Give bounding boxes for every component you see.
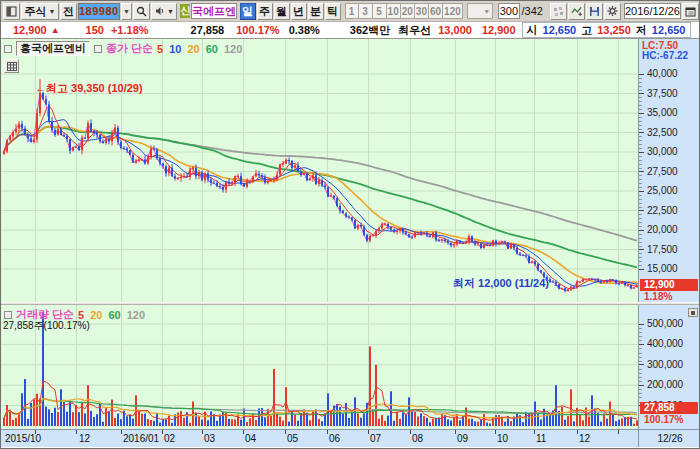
current-volume-badge: 27,858	[640, 402, 698, 414]
price-minor-tick	[639, 226, 642, 227]
compare-button[interactable]	[550, 3, 567, 20]
interval-custom-dropdown[interactable]: ▼	[467, 3, 493, 19]
date-label-2015-10: 2015/10	[5, 433, 41, 444]
price-axis[interactable]: LC:7.50 HC:-67.22 12,900 1.18% 40,00037,…	[638, 39, 700, 302]
ma-legend-label: 종가 단순	[106, 41, 153, 56]
date-label-07: 07	[370, 433, 381, 444]
date-label-02: 02	[164, 433, 175, 444]
price-tick-label: 40,000	[647, 68, 678, 79]
price-minor-tick	[639, 90, 642, 91]
price-up-arrow-icon: ▲	[51, 25, 60, 35]
window-menu-button[interactable]	[3, 3, 20, 20]
hc-value: HC:-67.22	[642, 50, 688, 61]
volume-axis[interactable]: 27,858 100.17% 500,000400,000300,000200,…	[638, 305, 700, 429]
volume-minor-tick	[639, 373, 642, 374]
price-minor-tick	[639, 121, 642, 122]
ma20-line	[4, 127, 637, 284]
volume-bars-chart[interactable]	[1, 305, 638, 429]
price-tick-label: 32,500	[647, 127, 678, 138]
period-tab-월[interactable]: 월	[274, 3, 290, 20]
trendline-tool-button[interactable]	[568, 3, 585, 20]
date-label-10: 10	[497, 433, 508, 444]
date-tick	[618, 430, 619, 434]
window-icon	[6, 6, 17, 17]
interval-button-20[interactable]: 20	[401, 3, 415, 19]
volume-tick	[639, 344, 644, 345]
period-tab-분[interactable]: 분	[308, 3, 324, 20]
price-tick	[639, 93, 644, 94]
volume-minor-tick	[639, 381, 642, 382]
interval-button-30[interactable]: 30	[415, 3, 429, 19]
search-button[interactable]	[133, 3, 150, 20]
interval-button-3[interactable]: 3	[359, 3, 373, 19]
candlestick-chart[interactable]	[1, 39, 638, 302]
date-tick	[243, 430, 244, 434]
volume-tick-label: 200,000	[647, 379, 683, 390]
sound-button[interactable]: ▼	[151, 3, 177, 20]
save-button[interactable]	[586, 3, 603, 20]
price-minor-tick	[639, 242, 642, 243]
settings-button[interactable]	[604, 3, 621, 20]
price-minor-tick	[639, 101, 642, 102]
volume-minor-tick	[639, 348, 642, 349]
price-chart-panel[interactable]: 홍국에프엔비 종가 단순 5102060120 ←최고 39,350 (10/2…	[1, 39, 638, 302]
price-tick	[639, 74, 644, 75]
code-dropdown-button[interactable]: ▼	[121, 3, 133, 20]
price-minor-tick	[639, 179, 642, 180]
prev-stock-button[interactable]: 전	[60, 3, 77, 20]
ma10-line	[4, 120, 637, 287]
date-axis[interactable]: 2015/10122016/010203040506070809101112	[1, 429, 638, 447]
ma-checkbox[interactable]	[94, 45, 102, 53]
price-minor-tick	[639, 136, 642, 137]
grid-icon	[7, 62, 17, 71]
period-tab-group: 일주월년분틱	[240, 3, 341, 20]
chart-stock-name[interactable]: 홍국에프엔비	[16, 41, 90, 56]
period-tab-년[interactable]: 년	[291, 3, 307, 20]
date-label-06: 06	[329, 433, 340, 444]
stock-name-field[interactable]: 홍국에프엔비	[191, 3, 236, 19]
asset-type-combo[interactable]: 주식 ▼	[21, 3, 59, 20]
date-tick	[76, 430, 77, 434]
chevron-down-icon: ▼	[167, 8, 174, 15]
price-change-pct: +1.18%	[111, 24, 149, 36]
date-axis-corner: 12/26	[638, 429, 700, 447]
date-input[interactable]: 2016/12/26	[624, 3, 681, 19]
panel-restore-icon	[691, 311, 695, 315]
interval-button-10[interactable]: 10	[387, 3, 401, 19]
best-bid: 12,900	[482, 24, 516, 36]
interval-button-120[interactable]: 120	[443, 3, 463, 19]
volume-ratio: 100.17%	[236, 24, 279, 36]
interval-button-group: 13510203060120	[345, 3, 463, 19]
panel-restore-button[interactable]	[688, 308, 698, 317]
series-checkbox[interactable]	[4, 45, 12, 53]
price-tick	[639, 210, 644, 211]
ma60-line	[4, 127, 637, 268]
price-minor-tick	[639, 86, 642, 87]
volume-tick	[639, 324, 644, 325]
period-tab-주[interactable]: 주	[257, 3, 273, 20]
low-annotation-text: 최저 12,000 (11/24)	[453, 277, 549, 289]
price-minor-tick	[639, 218, 642, 219]
interval-button-60[interactable]: 60	[429, 3, 443, 19]
asset-type-label: 주식	[25, 4, 47, 19]
grid-tool-button[interactable]	[4, 59, 19, 73]
period-tab-틱[interactable]: 틱	[325, 3, 341, 20]
calendar-button[interactable]	[682, 3, 699, 20]
bar-count-input[interactable]: 300	[498, 3, 519, 19]
price-minor-tick	[639, 195, 642, 196]
price-minor-tick	[639, 175, 642, 176]
price-minor-tick	[639, 109, 642, 110]
period-tab-일[interactable]: 일	[240, 3, 256, 20]
date-tick	[121, 430, 122, 434]
volume-bars-layer	[3, 312, 638, 426]
volume-checkbox[interactable]	[4, 311, 12, 319]
high-annotation: ←최고 39,350 (10/29)	[35, 81, 143, 96]
interval-button-1[interactable]: 1	[345, 3, 359, 19]
volume-chart-panel[interactable]: 거래량 단순 52060120 27,858주(100.17%)	[1, 305, 638, 429]
interval-button-5[interactable]: 5	[373, 3, 387, 19]
current-volume-pct: 100.17%	[644, 414, 683, 425]
volume-minor-tick	[639, 377, 642, 378]
price-tick-label: 30,000	[647, 146, 678, 157]
stock-code-input[interactable]: 189980	[78, 3, 120, 20]
price-minor-tick	[639, 164, 642, 165]
